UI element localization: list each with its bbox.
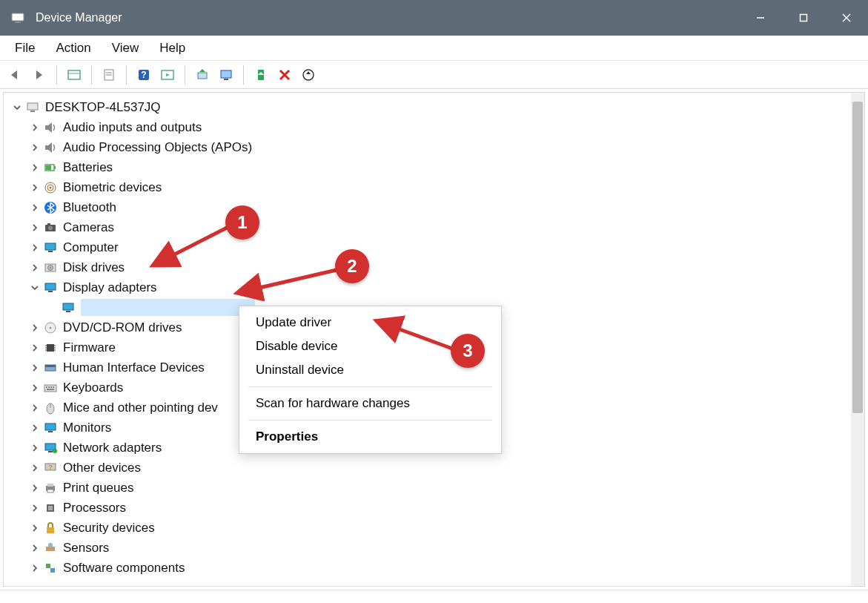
svg-point-51: [50, 326, 52, 329]
category-label: DVD/CD-ROM drives: [63, 317, 182, 337]
tree-category-node[interactable]: Software components: [7, 558, 861, 578]
menubar: File Action View Help: [0, 36, 868, 61]
keyboard-icon: [42, 380, 59, 396]
svg-point-83: [48, 543, 53, 547]
update-driver-button[interactable]: [191, 64, 213, 86]
minimize-button[interactable]: [739, 0, 782, 36]
scrollbar-thumb[interactable]: [852, 102, 863, 413]
tree-category-node[interactable]: Cameras: [7, 217, 861, 237]
svg-rect-64: [50, 386, 52, 388]
category-label: Human Interface Devices: [63, 357, 205, 378]
tree-category-node[interactable]: Batteries: [7, 157, 861, 177]
chevron-right-icon[interactable]: [27, 403, 42, 412]
svg-rect-63: [48, 386, 50, 388]
chip-icon: [42, 340, 59, 356]
chevron-right-icon[interactable]: [27, 343, 42, 352]
svg-marker-7: [36, 70, 42, 79]
tree-category-node[interactable]: Bluetooth: [7, 197, 861, 217]
chevron-right-icon[interactable]: [27, 203, 42, 212]
back-button[interactable]: [4, 64, 27, 86]
scan-hardware-button[interactable]: [215, 64, 237, 86]
ctx-scan-hardware[interactable]: Scan for hardware changes: [239, 392, 501, 415]
chevron-down-icon[interactable]: [10, 103, 24, 112]
svg-rect-33: [46, 165, 51, 170]
category-label: Processors: [63, 498, 126, 518]
svg-rect-46: [45, 283, 56, 290]
svg-line-87: [156, 227, 228, 264]
chevron-right-icon[interactable]: [27, 123, 42, 132]
forward-button[interactable]: [28, 64, 50, 86]
titlebar: Device Manager: [0, 0, 868, 36]
chevron-right-icon[interactable]: [27, 524, 42, 533]
chevron-down-icon[interactable]: [27, 283, 42, 292]
chevron-right-icon[interactable]: [27, 383, 42, 392]
network-icon: [42, 440, 59, 456]
tree-category-node[interactable]: Security devices: [7, 518, 861, 538]
category-label: Disk drives: [63, 257, 125, 277]
properties-button[interactable]: [98, 64, 120, 86]
show-hide-console-button[interactable]: [63, 64, 85, 86]
tree-category-node[interactable]: Print queues: [7, 478, 861, 498]
scan-changes-button[interactable]: [297, 64, 319, 86]
category-label: Network adapters: [63, 438, 162, 458]
svg-marker-6: [11, 70, 17, 79]
printer-icon: [42, 480, 59, 496]
tree-category-node[interactable]: Processors: [7, 498, 861, 518]
chevron-right-icon[interactable]: [27, 464, 42, 472]
tree-category-node[interactable]: Display adapters: [7, 277, 861, 297]
chevron-right-icon[interactable]: [27, 143, 42, 152]
tree-category-node[interactable]: Audio inputs and outputs: [7, 117, 861, 137]
monitor-icon: [42, 280, 59, 296]
tree-category-node[interactable]: Audio Processing Objects (APOs): [7, 137, 861, 157]
chevron-right-icon[interactable]: [27, 163, 42, 172]
menu-help[interactable]: Help: [149, 38, 196, 59]
chevron-right-icon[interactable]: [27, 363, 42, 372]
svg-rect-85: [50, 568, 55, 573]
chevron-right-icon[interactable]: [27, 183, 42, 192]
menu-file[interactable]: File: [4, 38, 45, 59]
svg-marker-26: [306, 71, 311, 74]
chevron-right-icon[interactable]: [27, 444, 42, 452]
help-button[interactable]: ?: [133, 64, 155, 86]
tree-root-node[interactable]: DESKTOP-4L537JQ: [7, 97, 861, 117]
ctx-properties[interactable]: Properties: [239, 425, 501, 449]
action-button[interactable]: [156, 64, 179, 86]
chevron-right-icon[interactable]: [27, 263, 42, 272]
window-controls: [739, 0, 868, 36]
tree-category-node[interactable]: Biometric devices: [7, 177, 861, 197]
category-label: Display adapters: [63, 277, 157, 297]
lock-icon: [42, 520, 59, 536]
svg-rect-49: [66, 311, 70, 312]
tree-category-node[interactable]: Disk drives: [7, 257, 861, 277]
chevron-right-icon[interactable]: [27, 564, 42, 573]
menu-view[interactable]: View: [102, 38, 150, 59]
fingerprint-icon: [42, 179, 59, 196]
chevron-right-icon[interactable]: [27, 484, 42, 492]
speaker-icon: [42, 119, 59, 136]
tree-category-node[interactable]: ?Other devices: [7, 458, 861, 478]
chevron-right-icon[interactable]: [27, 424, 42, 432]
chevron-right-icon[interactable]: [27, 223, 42, 232]
chevron-right-icon[interactable]: [27, 544, 42, 553]
vertical-scrollbar[interactable]: [851, 93, 864, 586]
category-label: Security devices: [63, 518, 155, 538]
enable-device-button[interactable]: [250, 64, 272, 86]
close-button[interactable]: [825, 0, 868, 36]
svg-rect-17: [198, 73, 207, 79]
annotation-arrow-3: [371, 314, 460, 356]
chevron-right-icon[interactable]: [27, 243, 42, 252]
svg-rect-8: [68, 70, 80, 79]
category-label: Biometric devices: [63, 177, 162, 197]
chevron-right-icon[interactable]: [27, 323, 42, 332]
maximize-button[interactable]: [782, 0, 825, 36]
category-label: Keyboards: [63, 378, 123, 398]
uninstall-device-button[interactable]: [274, 64, 296, 86]
tree-category-node[interactable]: Sensors: [7, 538, 861, 558]
menu-action[interactable]: Action: [45, 38, 101, 59]
chevron-right-icon[interactable]: [27, 504, 42, 513]
svg-rect-81: [47, 527, 54, 533]
tree-category-node[interactable]: Computer: [7, 237, 861, 257]
svg-rect-20: [224, 79, 228, 80]
svg-rect-72: [48, 451, 53, 452]
statusbar: [0, 590, 868, 603]
